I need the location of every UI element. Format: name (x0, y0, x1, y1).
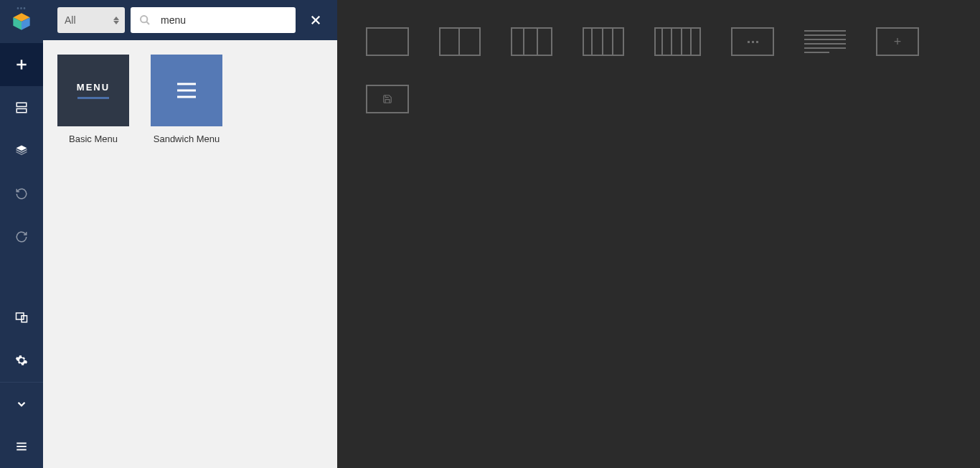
layout-2col[interactable] (439, 27, 481, 56)
category-label: All (65, 14, 76, 26)
element-label: Sandwich Menu (154, 134, 220, 144)
add-element-button[interactable] (0, 43, 43, 86)
svg-marker-16 (113, 21, 119, 24)
gear-icon (15, 354, 28, 367)
element-label: Basic Menu (69, 134, 118, 144)
add-element-panel: All MENU Basic Menu Sandwich Menu (43, 0, 337, 468)
undo-button[interactable] (0, 172, 43, 215)
layout-save-template[interactable] (366, 85, 409, 113)
basic-menu-thumb-text: MENU (77, 82, 110, 93)
vc-logo-icon (11, 11, 32, 32)
undo-icon (15, 187, 28, 200)
nav-menu-button[interactable] (0, 425, 43, 468)
chevron-down-icon (15, 398, 28, 411)
svg-rect-6 (17, 109, 27, 113)
layout-3col[interactable] (511, 27, 552, 56)
category-select[interactable]: All (57, 7, 125, 33)
panel-header: All (43, 0, 337, 40)
save-icon (382, 94, 392, 104)
logo[interactable]: ••• (0, 0, 43, 43)
sandwich-menu-thumb (151, 55, 222, 126)
vertical-navbar: ••• (0, 0, 43, 468)
svg-point-17 (141, 16, 147, 22)
layers-icon (15, 144, 28, 157)
hamburger-icon (176, 82, 197, 99)
layout-1col[interactable] (366, 27, 409, 56)
basic-menu-thumb: MENU (57, 55, 129, 126)
layout-text-block[interactable] (804, 27, 846, 56)
element-basic-menu[interactable]: MENU Basic Menu (57, 55, 129, 454)
close-icon (309, 14, 322, 27)
devices-icon (15, 311, 28, 324)
template-icon (15, 101, 28, 114)
nav-publish-button[interactable] (0, 382, 43, 425)
close-panel-button[interactable] (301, 6, 330, 34)
plus-icon (14, 57, 29, 72)
layout-add[interactable]: + (876, 27, 919, 56)
redo-button[interactable] (0, 215, 43, 258)
nav-template-button[interactable] (0, 86, 43, 129)
layout-4col[interactable] (583, 27, 624, 56)
panel-body: MENU Basic Menu Sandwich Menu (43, 40, 337, 468)
sort-icon (113, 17, 119, 24)
search-box (131, 7, 296, 33)
redo-icon (15, 230, 28, 243)
search-icon (139, 14, 151, 26)
nav-settings-button[interactable] (0, 339, 43, 382)
canvas[interactable]: + (337, 0, 980, 468)
svg-marker-15 (113, 17, 119, 20)
layout-custom[interactable] (731, 27, 774, 56)
nav-layers-button[interactable] (0, 129, 43, 172)
svg-line-18 (146, 22, 149, 24)
kebab-icon: ••• (17, 4, 27, 12)
nav-responsive-button[interactable] (0, 296, 43, 339)
element-sandwich-menu[interactable]: Sandwich Menu (151, 55, 222, 454)
layout-5col[interactable] (654, 27, 701, 56)
search-input[interactable] (161, 14, 287, 26)
svg-rect-5 (17, 103, 27, 106)
hamburger-icon (15, 440, 28, 453)
